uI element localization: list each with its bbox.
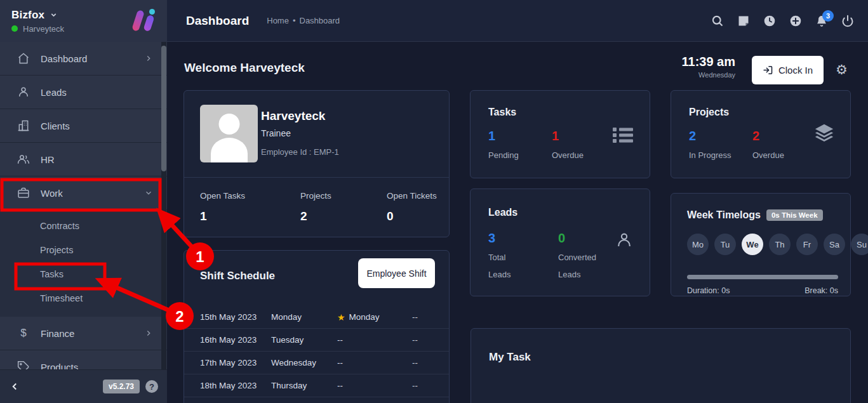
dashboard-app: Bizfox Harveyteck Dashboard bbox=[0, 0, 868, 403]
search-icon[interactable] bbox=[711, 15, 724, 27]
tasks-pending-label: Pending bbox=[488, 150, 519, 160]
sidebar-item-label: Finance bbox=[41, 328, 144, 339]
main-content: Welcome Harveyteck 11:39 am Wednesday Cl… bbox=[167, 42, 868, 403]
shift-day: Thursday bbox=[271, 381, 337, 390]
sidebar-item-label: Clients bbox=[41, 121, 153, 131]
users-icon bbox=[17, 152, 30, 166]
breadcrumb-home[interactable]: Home bbox=[267, 16, 289, 25]
work-submenu: Contracts Projects Tasks Timesheet bbox=[0, 210, 167, 317]
collapse-sidebar-icon[interactable] bbox=[9, 381, 20, 392]
sidebar-item-work[interactable]: Work bbox=[0, 176, 167, 210]
my-task-card: My Task Task# Task Status Due Date New T… bbox=[471, 328, 851, 403]
profile-role: Trainee bbox=[261, 128, 291, 138]
day-mo: Mo bbox=[687, 234, 709, 255]
submenu-label: Tasks bbox=[40, 269, 63, 279]
sidebar-item-dashboard[interactable]: Dashboard bbox=[0, 42, 167, 76]
shift-name: Monday bbox=[349, 312, 380, 322]
submenu-item-projects[interactable]: Projects bbox=[0, 238, 167, 262]
briefcase-icon bbox=[17, 186, 30, 200]
my-task-title: My Task bbox=[489, 351, 531, 364]
time-block: 11:39 am Wednesday bbox=[662, 55, 735, 79]
leads-converted-label1: Converted bbox=[558, 253, 596, 262]
layers-icon bbox=[813, 122, 835, 147]
app-logo-icon bbox=[129, 8, 158, 34]
leads-total-label2: Leads bbox=[488, 270, 511, 279]
sidebar-scrollbar-thumb[interactable] bbox=[161, 46, 166, 171]
leads-card: Leads 3 Total Leads 0 Converted Leads bbox=[470, 188, 650, 296]
timelog-duration: Duration: 0s bbox=[687, 286, 730, 295]
chevron-right-icon bbox=[144, 54, 153, 63]
clock-in-button[interactable]: Clock In bbox=[752, 56, 824, 84]
day-fr: Fr bbox=[796, 234, 818, 255]
shift-day: Tuesday bbox=[271, 335, 337, 345]
shift-name: -- bbox=[337, 335, 343, 345]
shift-row: 17th May 2023 Wednesday -- -- bbox=[184, 352, 449, 374]
building-icon bbox=[17, 119, 30, 133]
shift-schedule-card: Shift Schedule Employee Shift 15th May 2… bbox=[184, 250, 450, 403]
sidebar-item-clients[interactable]: Clients bbox=[0, 109, 167, 143]
day-tu: Tu bbox=[714, 234, 736, 255]
sidebar: Bizfox Harveyteck Dashboard bbox=[0, 0, 167, 403]
shift-day: Monday bbox=[271, 312, 337, 322]
timelog-break: Break: 0s bbox=[805, 286, 838, 295]
current-day: Wednesday bbox=[662, 71, 735, 79]
shift-name: -- bbox=[337, 381, 343, 390]
submenu-item-contracts[interactable]: Contracts bbox=[0, 214, 167, 238]
sidebar-footer: v5.2.73 ? bbox=[0, 369, 167, 403]
welcome-heading: Welcome Harveyteck bbox=[184, 61, 305, 75]
add-icon[interactable] bbox=[789, 15, 802, 27]
sidebar-item-hr[interactable]: HR bbox=[0, 143, 167, 176]
tasks-overdue-value: 1 bbox=[552, 129, 559, 143]
stat-label: Projects bbox=[300, 191, 331, 201]
submenu-item-timesheet[interactable]: Timesheet bbox=[0, 286, 167, 310]
home-icon bbox=[17, 51, 30, 65]
sidebar-item-label: Leads bbox=[41, 87, 153, 98]
version-badge: v5.2.73 bbox=[103, 380, 140, 393]
weekday-row: Mo Tu We Th Fr Sa Su bbox=[687, 234, 868, 255]
profile-stats: Open Tasks 1 Projects 2 Open Tickets 0 bbox=[184, 177, 449, 238]
workspace-switcher[interactable]: Bizfox Harveyteck bbox=[11, 9, 64, 34]
notes-icon[interactable] bbox=[737, 15, 750, 27]
projects-overdue-value: 2 bbox=[752, 129, 759, 143]
projects-card-title: Projects bbox=[689, 107, 729, 118]
stat-projects: Projects 2 bbox=[300, 178, 331, 223]
employee-shift-button[interactable]: Employee Shift bbox=[358, 258, 435, 288]
gear-icon[interactable]: ⚙ bbox=[836, 62, 848, 77]
brand-name: Bizfox bbox=[11, 9, 44, 22]
shift-row: 18th May 2023 Thursday -- -- bbox=[184, 374, 449, 397]
bell-icon[interactable]: 3 bbox=[815, 15, 828, 27]
leads-converted-label2: Leads bbox=[558, 270, 580, 279]
stat-open-tickets: Open Tickets 0 bbox=[387, 178, 437, 223]
topbar-actions: 3 bbox=[711, 15, 868, 27]
breadcrumb-current: Dashboard bbox=[300, 16, 340, 25]
clock-icon[interactable] bbox=[763, 15, 776, 27]
leads-total-label1: Total bbox=[488, 253, 505, 262]
shift-date: 17th May 2023 bbox=[184, 358, 271, 367]
stat-value: 0 bbox=[387, 209, 437, 223]
task-list-icon bbox=[613, 127, 633, 146]
stat-value: 2 bbox=[300, 209, 331, 223]
submenu-item-tasks[interactable]: Tasks bbox=[0, 262, 167, 286]
sidebar-item-finance[interactable]: $ Finance bbox=[0, 317, 167, 350]
avatar bbox=[200, 105, 258, 162]
stat-label: Open Tickets bbox=[387, 191, 437, 201]
shift-row bbox=[184, 397, 449, 403]
shift-time: -- bbox=[412, 312, 449, 322]
sidebar-header: Bizfox Harveyteck bbox=[0, 0, 167, 42]
submenu-label: Contracts bbox=[40, 221, 79, 231]
projects-inprogress-value: 2 bbox=[689, 129, 696, 143]
sidebar-item-products[interactable]: Products bbox=[0, 350, 167, 369]
sidebar-item-leads[interactable]: Leads bbox=[0, 76, 167, 109]
person-outline-icon bbox=[615, 231, 633, 251]
shift-row: 15th May 2023 Monday ★Monday -- bbox=[184, 306, 449, 329]
workspace-user: Harveyteck bbox=[23, 24, 64, 34]
stat-label: Open Tasks bbox=[200, 191, 245, 201]
current-time: 11:39 am bbox=[662, 55, 735, 69]
day-th: Th bbox=[769, 234, 791, 255]
submenu-label: Timesheet bbox=[40, 293, 83, 303]
help-icon[interactable]: ? bbox=[145, 380, 158, 393]
topbar: Dashboard Home • Dashboard 3 bbox=[167, 0, 868, 42]
power-icon[interactable] bbox=[841, 15, 854, 27]
chevron-down-icon bbox=[50, 11, 58, 19]
sidebar-item-label: Products bbox=[41, 362, 153, 370]
